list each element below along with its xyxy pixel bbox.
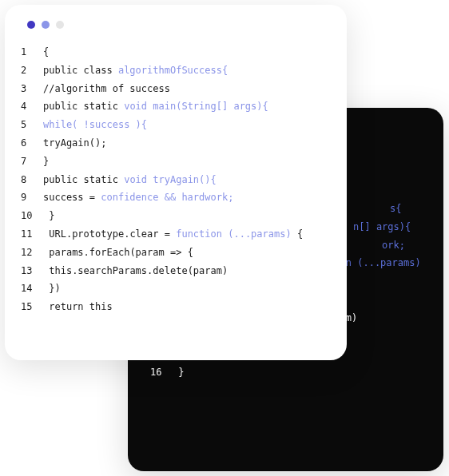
code-line: 16 }	[150, 363, 427, 382]
code-content: {	[43, 43, 331, 61]
code-token: public static	[43, 101, 124, 112]
code-token: tryAgain();	[43, 137, 106, 149]
code-token: void tryAgain(){	[124, 174, 217, 185]
code-content: public class algorithmOfSuccess{	[43, 61, 331, 80]
dot-purple	[27, 21, 35, 29]
dot-lavender	[42, 21, 50, 29]
code-content: params.forEach(param => {	[43, 244, 331, 262]
code-token: }	[43, 210, 54, 221]
line-number: 2	[21, 61, 43, 80]
code-token: public class	[43, 65, 118, 76]
code-token: }	[173, 367, 184, 378]
code-line: 3//algorithm of success	[21, 80, 331, 98]
code-line: 2public class algorithmOfSuccess{	[21, 61, 331, 80]
line-number: 8	[21, 171, 43, 189]
code-line: 1{	[21, 43, 331, 61]
line-number: 11	[21, 225, 43, 244]
line-number: 13	[21, 262, 43, 280]
code-token: success =	[43, 192, 101, 203]
code-content: }	[43, 207, 331, 225]
code-line: 7}	[21, 153, 331, 171]
code-content: while( !success ){	[43, 116, 331, 134]
code-token: }	[43, 156, 49, 167]
line-number: 12	[21, 244, 43, 262]
code-token: while( !success ){	[43, 119, 147, 130]
code-content: //algorithm of success	[43, 80, 331, 98]
code-line: 14 })	[21, 280, 331, 298]
code-line: 5while( !success ){	[21, 116, 331, 134]
code-token: {	[43, 46, 49, 58]
line-number: 10	[21, 207, 43, 225]
line-number: 16	[150, 363, 173, 382]
code-content: URL.prototype.clear = function (...param…	[43, 225, 331, 244]
line-number: 7	[21, 153, 43, 171]
line-number: 1	[21, 43, 43, 61]
line-number: 15	[21, 298, 43, 316]
line-number: 6	[21, 134, 43, 153]
code-content: return this	[43, 298, 331, 316]
code-token: })	[43, 283, 61, 294]
line-number: 9	[21, 188, 43, 207]
code-line: 10 }	[21, 207, 331, 225]
code-content: public static void main(String[] args){	[43, 97, 331, 116]
code-token: ork;	[382, 240, 405, 251]
code-content: tryAgain();	[43, 134, 331, 153]
code-token: n[] args){	[353, 221, 411, 232]
code-content: success = confidence && hardwork;	[43, 188, 331, 207]
dot-grey	[56, 21, 64, 29]
code-token: //algorithm of success	[43, 83, 170, 94]
code-content: this.searchParams.delete(param)	[43, 262, 331, 280]
code-token: {	[292, 228, 303, 240]
code-card-light: 1{2public class algorithmOfSuccess{3//al…	[5, 5, 347, 360]
code-area-light: 1{2public class algorithmOfSuccess{3//al…	[5, 37, 347, 332]
code-line: 4public static void main(String[] args){	[21, 97, 331, 116]
code-content: public static void tryAgain(){	[43, 171, 331, 189]
code-line: 9success = confidence && hardwork;	[21, 188, 331, 207]
code-token: void main(String[] args){	[124, 101, 268, 112]
code-token: URL.prototype.clear =	[43, 228, 176, 240]
code-token: this.searchParams.delete(param)	[43, 265, 228, 276]
code-token: s{	[390, 203, 401, 214]
code-line: 13 this.searchParams.delete(param)	[21, 262, 331, 280]
code-token: function (...params)	[176, 228, 292, 240]
line-number: 14	[21, 280, 43, 298]
code-content: }	[43, 153, 331, 171]
code-token: algorithmOfSuccess{	[118, 65, 228, 76]
code-token: params.forEach(param => {	[43, 247, 193, 258]
line-number: 5	[21, 116, 43, 134]
code-line: 6tryAgain();	[21, 134, 331, 153]
line-number: 3	[21, 80, 43, 98]
code-content: })	[43, 280, 331, 298]
code-token: return this	[43, 301, 113, 312]
code-line: 8public static void tryAgain(){	[21, 171, 331, 189]
code-content: }	[173, 363, 427, 382]
code-line: 15 return this	[21, 298, 331, 316]
line-number: 4	[21, 97, 43, 116]
window-dots	[5, 5, 347, 37]
code-token: confidence && hardwork;	[101, 192, 233, 203]
code-line: 11 URL.prototype.clear = function (...pa…	[21, 225, 331, 244]
code-token: public static	[43, 174, 124, 185]
code-line: 12 params.forEach(param => {	[21, 244, 331, 262]
